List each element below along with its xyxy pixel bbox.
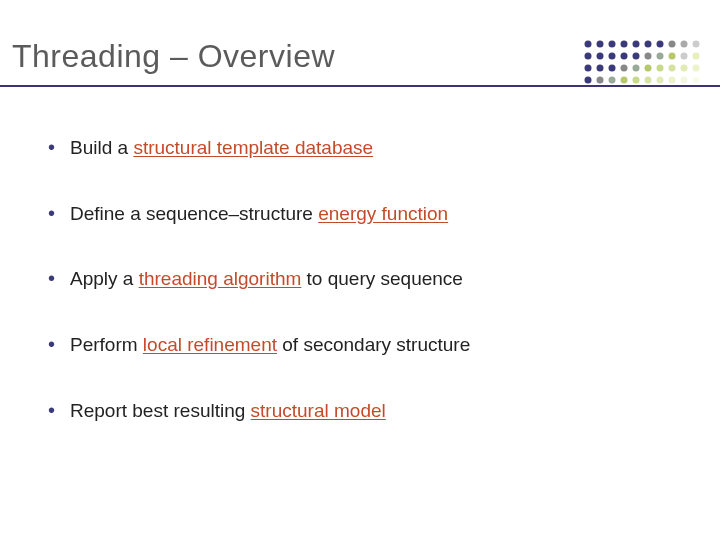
bullet-text-pre: Build a [70,137,133,158]
svg-point-10 [585,53,592,60]
corner-dot-graphic [580,36,700,96]
list-item: Perform local refinement of secondary st… [48,332,680,358]
list-item: Define a sequence–structure energy funct… [48,201,680,227]
svg-point-3 [621,41,628,48]
svg-point-16 [657,53,664,60]
svg-point-20 [585,65,592,72]
bullet-text-post: to query sequence [301,268,463,289]
svg-point-32 [609,77,616,84]
svg-point-9 [693,41,700,48]
svg-point-13 [621,53,628,60]
svg-point-1 [597,41,604,48]
svg-point-7 [669,41,676,48]
bullet-term: local refinement [143,334,277,355]
svg-point-18 [681,53,688,60]
svg-point-8 [681,41,688,48]
svg-point-35 [645,77,652,84]
svg-point-6 [657,41,664,48]
svg-point-25 [645,65,652,72]
content-area: Build a structural template database Def… [0,87,720,423]
bullet-list: Build a structural template database Def… [48,135,680,423]
list-item: Apply a threading algorithm to query seq… [48,266,680,292]
svg-point-11 [597,53,604,60]
svg-point-4 [633,41,640,48]
svg-point-38 [681,77,688,84]
bullet-term: structural model [251,400,386,421]
list-item: Report best resulting structural model [48,398,680,424]
svg-point-0 [585,41,592,48]
svg-point-21 [597,65,604,72]
svg-point-24 [633,65,640,72]
svg-point-15 [645,53,652,60]
svg-point-27 [669,65,676,72]
bullet-term: structural template database [133,137,373,158]
svg-point-19 [693,53,700,60]
svg-point-30 [585,77,592,84]
bullet-text-pre: Report best resulting [70,400,251,421]
svg-point-26 [657,65,664,72]
svg-point-22 [609,65,616,72]
bullet-term: energy function [318,203,448,224]
bullet-term: threading algorithm [139,268,302,289]
svg-point-29 [693,65,700,72]
bullet-text-pre: Define a sequence–structure [70,203,318,224]
svg-point-28 [681,65,688,72]
svg-point-39 [693,77,700,84]
bullet-text-pre: Perform [70,334,143,355]
svg-point-2 [609,41,616,48]
svg-point-34 [633,77,640,84]
svg-point-23 [621,65,628,72]
svg-point-5 [645,41,652,48]
svg-point-31 [597,77,604,84]
bullet-text-post: of secondary structure [277,334,470,355]
list-item: Build a structural template database [48,135,680,161]
svg-point-14 [633,53,640,60]
svg-point-12 [609,53,616,60]
bullet-text-pre: Apply a [70,268,139,289]
svg-point-33 [621,77,628,84]
svg-point-37 [669,77,676,84]
svg-point-17 [669,53,676,60]
svg-point-36 [657,77,664,84]
